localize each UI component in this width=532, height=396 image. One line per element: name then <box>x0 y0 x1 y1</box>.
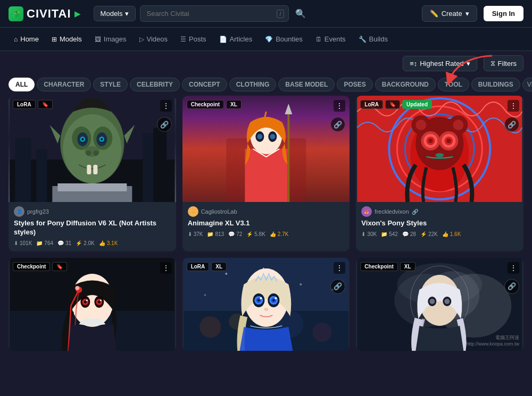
card-5[interactable]: LoRA XL ⋮ 🔗 <box>182 258 350 351</box>
logo-icon: 🐉 <box>9 6 23 21</box>
stat-comments: 💬72 <box>228 231 242 237</box>
card-3-badges: LoRA 🔖 Updated <box>360 100 432 109</box>
svg-rect-5 <box>153 128 167 202</box>
category-tabs: ALL CHARACTER STYLE CELEBRITY CONCEPT CL… <box>0 75 532 96</box>
badge-bookmark-4: 🔖 <box>52 262 67 271</box>
nav-bounties[interactable]: 💎 Bounties <box>260 32 308 46</box>
search-area: Models ▾ / 🔍 <box>94 5 308 22</box>
card-2-avatar: 👑 <box>188 206 198 217</box>
nav-images[interactable]: 🖼 Images <box>89 32 132 46</box>
signin-button[interactable]: Sign In <box>484 6 523 21</box>
card-3-title: Vixon's Pony Styles <box>361 219 518 228</box>
cat-concept[interactable]: CONCEPT <box>182 78 227 91</box>
svg-rect-22 <box>93 165 97 174</box>
card-1-menu[interactable]: ⋮ <box>160 100 172 112</box>
badge-xl: XL <box>226 100 242 109</box>
svg-point-53 <box>436 153 444 157</box>
cat-more[interactable]: VE› <box>522 78 532 91</box>
card-2-menu[interactable]: ⋮ <box>334 100 345 112</box>
card-5-link[interactable]: 🔗 <box>330 279 345 294</box>
card-2[interactable]: Checkpoint XL ⋮ 🔗 👑 CagliostroLab Animag… <box>182 96 350 251</box>
logo-arrow: ▶ <box>74 10 81 18</box>
badge-updated: Updated <box>402 100 432 109</box>
card-4-menu[interactable]: ⋮ <box>160 262 172 274</box>
nav-builds[interactable]: 🔧 Builds <box>353 32 393 46</box>
nav-events[interactable]: 🗓 Events <box>310 32 351 46</box>
badge-bookmark-3: 🔖 <box>385 100 400 109</box>
card-5-menu[interactable]: ⋮ <box>334 262 345 274</box>
search-button[interactable]: 🔍 <box>293 6 308 21</box>
stat-lightning: ⚡5.8K <box>246 231 265 237</box>
stat-lightning: ⚡22K <box>420 231 438 237</box>
card-1[interactable]: LoRA 🔖 ⋮ 🔗 👤 prgfrg23 Styles for Pony Di… <box>9 96 176 251</box>
svg-point-76 <box>204 294 205 296</box>
card-1-info: 👤 prgfrg23 Styles for Pony Diffusion V6 … <box>9 202 176 251</box>
create-icon: ✏️ <box>430 10 438 18</box>
svg-point-58 <box>75 286 79 290</box>
svg-point-74 <box>300 283 302 285</box>
card-3-menu[interactable]: ⋮ <box>508 100 519 112</box>
logo-text: CIVITAI <box>27 7 71 21</box>
badge-lora-3: LoRA <box>360 100 383 109</box>
cat-all[interactable]: ALL <box>9 78 35 91</box>
svg-point-17 <box>101 138 103 140</box>
card-5-badges: LoRA XL <box>187 262 227 271</box>
card-4[interactable]: Checkpoint 🔖 ⋮ <box>9 258 176 351</box>
search-input[interactable] <box>145 6 277 21</box>
nav-posts[interactable]: ☰ Posts <box>175 32 212 46</box>
card-3-author-row: 🦊 freckledvixon 🔗 <box>361 206 518 217</box>
sort-button[interactable]: ≡↕ Highest Rated ▾ <box>403 56 477 71</box>
cat-basemodel[interactable]: BASE MODEL <box>278 78 335 91</box>
nav-models[interactable]: ⊞ Models <box>46 32 87 46</box>
stat-likes: 👍3.1K <box>99 240 118 246</box>
stat-files: 📁764 <box>36 240 53 246</box>
badge-lora: LoRA <box>13 100 36 109</box>
create-button[interactable]: ✏️ Create ▾ <box>422 5 477 22</box>
svg-point-63 <box>84 300 87 303</box>
svg-point-16 <box>81 138 84 140</box>
card-2-stats: ⬇37K 📁813 💬72 ⚡5.8K 👍2.7K <box>188 231 345 237</box>
card-1-link[interactable]: 🔗 <box>157 117 172 132</box>
card-6-badges: Checkpoint XL <box>360 262 415 271</box>
card-3-info: 🦊 freckledvixon 🔗 Vixon's Pony Styles ⬇3… <box>356 202 523 242</box>
card-1-stats: ⬇101K 📁764 💬31 ⚡2.0K 👍3.1K <box>14 240 171 246</box>
cat-poses[interactable]: POSES <box>337 78 372 91</box>
cat-tool[interactable]: TOOL <box>438 78 469 91</box>
cat-style[interactable]: STYLE <box>93 78 128 91</box>
card-6-link[interactable]: 🔗 <box>504 279 519 294</box>
card-3-link[interactable]: 🔗 <box>504 117 519 132</box>
svg-rect-24 <box>57 183 127 191</box>
nav-home[interactable]: ⌂ Home <box>9 32 44 46</box>
cat-character[interactable]: CHARACTER <box>37 78 91 91</box>
card-1-title: Styles for Pony Diffusion V6 XL (Not Art… <box>14 219 171 237</box>
cat-background[interactable]: BACKGROUND <box>375 78 436 91</box>
svg-marker-33 <box>285 104 292 114</box>
svg-point-66 <box>100 299 102 301</box>
badge-checkpoint-6: Checkpoint <box>360 262 397 271</box>
cat-celebrity[interactable]: CELEBRITY <box>130 78 180 91</box>
toolbar: ≡↕ Highest Rated ▾ ⧖ Filters <box>0 51 532 75</box>
filter-button[interactable]: ⧖ Filters <box>484 55 523 71</box>
card-6[interactable]: Checkpoint XL ⋮ 🔗 電腦王阿達 http://www.koopa… <box>356 258 523 351</box>
logo[interactable]: 🐉 CIVITAI ▶ <box>9 6 81 21</box>
svg-point-20 <box>93 150 98 156</box>
nav-videos[interactable]: ▷ Videos <box>134 32 173 46</box>
card-3[interactable]: LoRA 🔖 Updated ⋮ 🔗 🦊 freckledvixon 🔗 Vix… <box>356 96 523 251</box>
model-dropdown[interactable]: Models ▾ <box>94 6 136 21</box>
header: 🐉 CIVITAI ▶ Models ▾ / 🔍 ✏️ Create ▾ Sig… <box>0 0 532 28</box>
card-2-title: Animagine XL V3.1 <box>188 219 345 228</box>
svg-point-31 <box>270 134 275 139</box>
svg-point-86 <box>272 299 275 301</box>
stat-downloads: ⬇101K <box>14 240 32 246</box>
nav-bar: ⌂ Home ⊞ Models 🖼 Images ▷ Videos ☰ Post… <box>0 28 532 51</box>
cat-clothing[interactable]: CLOTHING <box>229 78 277 91</box>
nav-articles[interactable]: 📄 Articles <box>214 32 258 46</box>
svg-point-64 <box>98 300 101 303</box>
cat-buildings[interactable]: BUILDINGS <box>471 78 520 91</box>
card-3-stats: ⬇30K 📁542 💬28 ⚡22K 👍1.6K <box>361 231 518 237</box>
card-1-author: prgfrg23 <box>27 208 49 215</box>
stat-lightning: ⚡2.0K <box>76 240 95 246</box>
card-6-menu[interactable]: ⋮ <box>508 262 519 274</box>
watermark: 電腦王阿達 http://www.koopa.com.tw <box>466 334 519 347</box>
badge-xl-5: XL <box>211 262 227 271</box>
